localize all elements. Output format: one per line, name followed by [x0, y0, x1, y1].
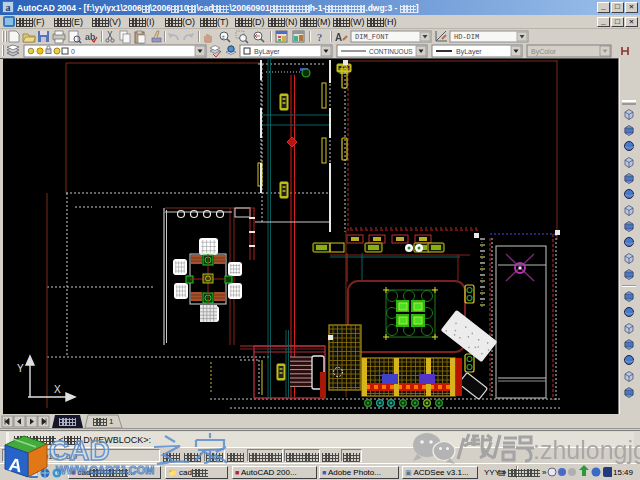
- svg-text:ByLayer: ByLayer: [254, 48, 280, 56]
- svg-text:HD-DIM: HD-DIM: [454, 33, 479, 41]
- svg-text:Y: Y: [17, 363, 24, 374]
- svg-text:0: 0: [71, 48, 75, 55]
- svg-text:?: ?: [317, 31, 323, 43]
- svg-text:a: a: [6, 2, 11, 13]
- svg-text:ByColor: ByColor: [531, 48, 557, 56]
- svg-text:DIM_FONT: DIM_FONT: [355, 33, 389, 41]
- svg-text:ByLayer: ByLayer: [456, 48, 482, 56]
- svg-text:A: A: [335, 32, 342, 43]
- svg-text:CONTINUOUS: CONTINUOUS: [369, 48, 413, 55]
- svg-text:X: X: [54, 384, 61, 395]
